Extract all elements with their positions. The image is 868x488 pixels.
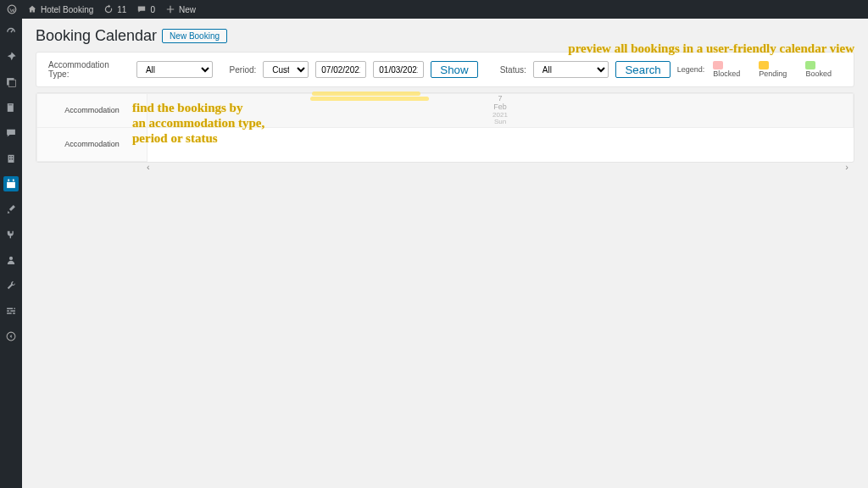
comment-icon xyxy=(136,4,147,14)
period-select[interactable]: Custom xyxy=(263,61,309,78)
svg-rect-7 xyxy=(12,156,13,157)
horizontal-scrollbar[interactable]: ‹› xyxy=(147,162,849,174)
menu-accommodation[interactable] xyxy=(3,151,19,166)
menu-posts[interactable] xyxy=(3,49,19,64)
date-to-input[interactable] xyxy=(373,61,424,78)
page-heading: Booking Calendar New Booking xyxy=(36,27,854,45)
new-content[interactable]: New xyxy=(165,4,196,14)
gauge-icon xyxy=(5,25,17,37)
user-icon xyxy=(5,254,17,266)
menu-appearance[interactable] xyxy=(3,202,19,217)
scroll-right-icon: › xyxy=(845,162,849,174)
plus-icon xyxy=(165,4,175,14)
svg-rect-5 xyxy=(8,155,14,163)
updates-count[interactable]: 11 xyxy=(103,4,126,14)
bubble-icon xyxy=(5,127,17,139)
page-title: Booking Calendar xyxy=(36,27,157,45)
accom-header-top: Accommodation xyxy=(37,94,147,128)
collapse-icon xyxy=(5,330,17,342)
svg-point-14 xyxy=(9,257,13,260)
menu-pages[interactable] xyxy=(3,100,19,115)
svg-rect-12 xyxy=(8,179,9,181)
menu-media[interactable] xyxy=(3,75,19,90)
site-link[interactable]: Hotel Booking xyxy=(27,4,93,14)
svg-rect-9 xyxy=(12,158,13,159)
building-icon xyxy=(5,152,17,164)
accommodation-type-select[interactable]: All xyxy=(136,61,213,78)
period-label: Period: xyxy=(230,65,257,75)
wp-logo[interactable] xyxy=(7,4,17,14)
svg-rect-8 xyxy=(9,158,10,159)
brush-icon xyxy=(5,203,17,215)
date-from-input[interactable] xyxy=(315,61,366,78)
new-booking-button[interactable]: New Booking xyxy=(162,29,227,43)
accommodation-type-label: Accommodation Type: xyxy=(48,60,130,79)
refresh-icon xyxy=(103,4,114,14)
status-label: Status: xyxy=(500,65,526,75)
scroll-left-icon: ‹ xyxy=(147,162,150,174)
adminbar: Hotel Booking 11 0 New xyxy=(0,0,868,19)
sliders-icon xyxy=(5,305,17,317)
comments-count[interactable]: 0 xyxy=(136,4,155,14)
menu-bookings[interactable] xyxy=(3,176,19,191)
wrench-icon xyxy=(5,280,17,291)
pin-icon xyxy=(5,51,17,63)
svg-rect-2 xyxy=(8,80,15,86)
calendar: Accommodation7Feb2021Sun Accommodation ‹… xyxy=(36,92,854,163)
menu-comments[interactable] xyxy=(3,125,19,141)
calendar-icon xyxy=(5,178,17,190)
menu-settings[interactable] xyxy=(3,303,19,319)
menu-collapse[interactable] xyxy=(3,329,19,344)
page-icon xyxy=(5,102,17,114)
svg-rect-13 xyxy=(13,179,14,181)
admin-sidemenu xyxy=(0,19,22,488)
svg-rect-4 xyxy=(8,105,12,106)
plug-icon xyxy=(5,229,17,241)
svg-rect-6 xyxy=(9,156,10,157)
filter-panel: Accommodation Type: All Period: Custom S… xyxy=(36,52,854,87)
day-column: 7Feb2021Sun xyxy=(147,94,854,128)
menu-users[interactable] xyxy=(3,252,19,268)
menu-tools[interactable] xyxy=(3,278,19,293)
home-icon xyxy=(27,4,37,14)
menu-plugins[interactable] xyxy=(3,227,19,242)
legend: Legend: Blocked Pending Booked xyxy=(677,61,842,79)
svg-point-0 xyxy=(8,5,16,14)
menu-dashboard[interactable] xyxy=(3,24,19,39)
show-button[interactable]: Show xyxy=(431,61,477,78)
media-icon xyxy=(5,76,17,88)
accom-header-bottom: Accommodation xyxy=(37,128,147,162)
status-select[interactable]: All xyxy=(533,61,609,78)
search-button[interactable]: Search xyxy=(615,61,670,78)
